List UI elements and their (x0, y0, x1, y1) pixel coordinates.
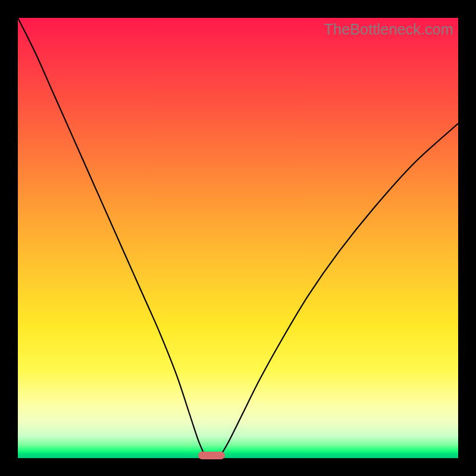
curve-left-branch (18, 18, 205, 456)
plot-area: TheBottleneck.com (18, 18, 458, 458)
curve-right-branch (220, 124, 458, 456)
optimal-range-marker (198, 452, 224, 459)
chart-frame: TheBottleneck.com (0, 0, 476, 476)
bottleneck-curve (18, 18, 458, 458)
